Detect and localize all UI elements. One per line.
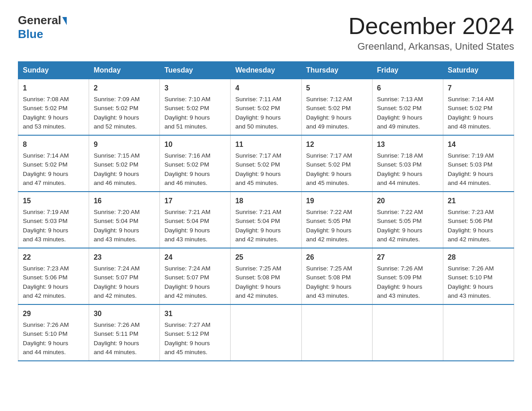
weekday-header-row: Sunday Monday Tuesday Wednesday Thursday… (18, 62, 514, 79)
calendar-cell: 3Sunrise: 7:10 AMSunset: 5:02 PMDaylight… (160, 79, 231, 136)
calendar-cell: 6Sunrise: 7:13 AMSunset: 5:02 PMDaylight… (372, 79, 443, 136)
day-number: 28 (448, 252, 509, 263)
day-number: 22 (23, 252, 84, 263)
header-monday: Monday (89, 62, 160, 79)
logo-general: General (18, 13, 61, 27)
title-section: December 2024 Greenland, Arkansas, Unite… (348, 13, 514, 52)
calendar-cell: 9Sunrise: 7:15 AMSunset: 5:02 PMDaylight… (89, 135, 160, 192)
calendar-cell: 5Sunrise: 7:12 AMSunset: 5:02 PMDaylight… (301, 79, 372, 136)
logo: General Blue (18, 13, 67, 41)
calendar-cell: 17Sunrise: 7:21 AMSunset: 5:04 PMDayligh… (160, 192, 231, 248)
header-sunday: Sunday (18, 62, 89, 79)
calendar-cell: 22Sunrise: 7:23 AMSunset: 5:06 PMDayligh… (18, 248, 89, 304)
calendar-cell: 19Sunrise: 7:22 AMSunset: 5:05 PMDayligh… (301, 192, 372, 248)
day-number: 6 (377, 83, 438, 94)
day-number: 19 (306, 196, 368, 206)
calendar-cell: 20Sunrise: 7:22 AMSunset: 5:05 PMDayligh… (372, 192, 443, 248)
calendar-cell: 10Sunrise: 7:16 AMSunset: 5:02 PMDayligh… (160, 135, 231, 192)
calendar-cell: 4Sunrise: 7:11 AMSunset: 5:02 PMDaylight… (231, 79, 301, 136)
day-number: 14 (448, 139, 509, 150)
calendar-cell: 25Sunrise: 7:25 AMSunset: 5:08 PMDayligh… (231, 248, 301, 304)
day-number: 3 (164, 83, 226, 94)
day-number: 7 (448, 83, 509, 94)
day-number: 5 (306, 83, 368, 94)
location-title: Greenland, Arkansas, United States (348, 41, 514, 52)
calendar-cell: 1Sunrise: 7:08 AMSunset: 5:02 PMDaylight… (18, 79, 89, 136)
calendar-cell (301, 304, 372, 361)
week-row-5: 29Sunrise: 7:26 AMSunset: 5:10 PMDayligh… (18, 304, 514, 361)
day-number: 25 (235, 252, 296, 263)
calendar-cell: 7Sunrise: 7:14 AMSunset: 5:02 PMDaylight… (443, 79, 514, 136)
day-number: 20 (377, 196, 438, 206)
day-number: 2 (94, 83, 155, 94)
week-row-2: 8Sunrise: 7:14 AMSunset: 5:02 PMDaylight… (18, 135, 514, 192)
day-number: 30 (94, 308, 155, 319)
calendar-cell: 29Sunrise: 7:26 AMSunset: 5:10 PMDayligh… (18, 304, 89, 361)
day-number: 17 (164, 196, 226, 206)
calendar-cell: 13Sunrise: 7:18 AMSunset: 5:03 PMDayligh… (372, 135, 443, 192)
calendar-cell: 24Sunrise: 7:24 AMSunset: 5:07 PMDayligh… (160, 248, 231, 304)
day-number: 27 (377, 252, 438, 263)
calendar-cell: 31Sunrise: 7:27 AMSunset: 5:12 PMDayligh… (160, 304, 231, 361)
calendar-cell: 23Sunrise: 7:24 AMSunset: 5:07 PMDayligh… (89, 248, 160, 304)
page-header: General Blue December 2024 Greenland, Ar… (18, 13, 514, 52)
day-number: 15 (23, 196, 84, 206)
calendar-table: Sunday Monday Tuesday Wednesday Thursday… (18, 61, 514, 361)
week-row-1: 1Sunrise: 7:08 AMSunset: 5:02 PMDaylight… (18, 79, 514, 136)
calendar-cell (231, 304, 301, 361)
day-number: 12 (306, 139, 368, 150)
header-tuesday: Tuesday (160, 62, 231, 79)
header-wednesday: Wednesday (231, 62, 301, 79)
calendar-cell: 21Sunrise: 7:23 AMSunset: 5:06 PMDayligh… (443, 192, 514, 248)
day-number: 11 (235, 139, 296, 150)
day-number: 8 (23, 139, 84, 150)
week-row-3: 15Sunrise: 7:19 AMSunset: 5:03 PMDayligh… (18, 192, 514, 248)
month-title: December 2024 (348, 13, 514, 39)
day-number: 13 (377, 139, 438, 150)
day-number: 24 (164, 252, 226, 263)
day-number: 23 (94, 252, 155, 263)
header-thursday: Thursday (301, 62, 372, 79)
calendar-cell (372, 304, 443, 361)
calendar-cell: 12Sunrise: 7:17 AMSunset: 5:02 PMDayligh… (301, 135, 372, 192)
day-number: 26 (306, 252, 368, 263)
day-number: 16 (94, 196, 155, 206)
calendar-cell: 27Sunrise: 7:26 AMSunset: 5:09 PMDayligh… (372, 248, 443, 304)
calendar-cell: 14Sunrise: 7:19 AMSunset: 5:03 PMDayligh… (443, 135, 514, 192)
day-number: 9 (94, 139, 155, 150)
calendar-cell: 8Sunrise: 7:14 AMSunset: 5:02 PMDaylight… (18, 135, 89, 192)
day-number: 4 (235, 83, 296, 94)
calendar-cell: 26Sunrise: 7:25 AMSunset: 5:08 PMDayligh… (301, 248, 372, 304)
day-number: 1 (23, 83, 84, 94)
calendar-cell: 16Sunrise: 7:20 AMSunset: 5:04 PMDayligh… (89, 192, 160, 248)
calendar-cell: 15Sunrise: 7:19 AMSunset: 5:03 PMDayligh… (18, 192, 89, 248)
day-number: 29 (23, 308, 84, 319)
header-friday: Friday (372, 62, 443, 79)
logo-blue: Blue (18, 27, 43, 41)
day-number: 10 (164, 139, 226, 150)
day-number: 31 (164, 308, 226, 319)
calendar-cell: 11Sunrise: 7:17 AMSunset: 5:02 PMDayligh… (231, 135, 301, 192)
calendar-cell: 30Sunrise: 7:26 AMSunset: 5:11 PMDayligh… (89, 304, 160, 361)
week-row-4: 22Sunrise: 7:23 AMSunset: 5:06 PMDayligh… (18, 248, 514, 304)
calendar-cell (443, 304, 514, 361)
calendar-cell: 18Sunrise: 7:21 AMSunset: 5:04 PMDayligh… (231, 192, 301, 248)
header-saturday: Saturday (443, 62, 514, 79)
calendar-cell: 2Sunrise: 7:09 AMSunset: 5:02 PMDaylight… (89, 79, 160, 136)
day-number: 21 (448, 196, 509, 206)
calendar-cell: 28Sunrise: 7:26 AMSunset: 5:10 PMDayligh… (443, 248, 514, 304)
logo-triangle-icon (62, 17, 67, 25)
day-number: 18 (235, 196, 296, 206)
